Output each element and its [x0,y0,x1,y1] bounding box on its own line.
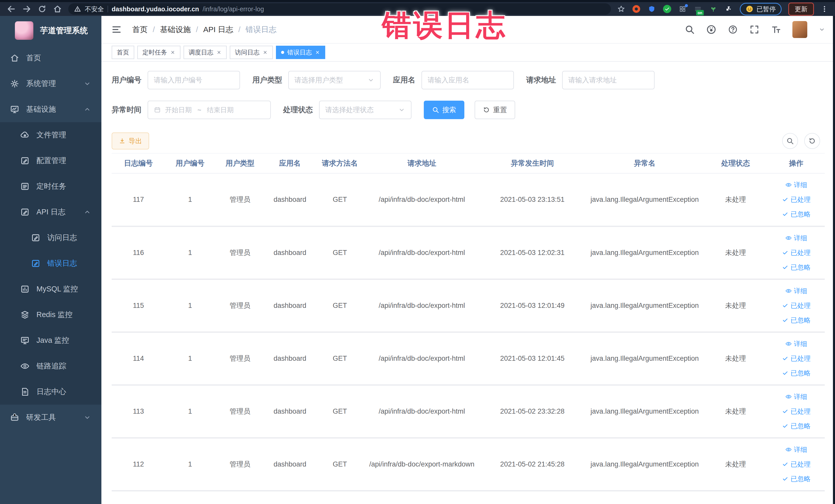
user-id-input[interactable] [154,76,234,84]
close-tab-icon[interactable] [263,50,268,55]
github-icon[interactable] [706,24,716,35]
tab-home[interactable]: 首页 [111,46,134,59]
mark-ignored-link[interactable]: 已忽略 [782,369,811,378]
close-tab-icon[interactable] [315,50,320,55]
sidebar-item-system-mgmt[interactable]: 系统管理 [0,71,101,97]
detail-link[interactable]: 详细 [785,181,807,189]
close-tab-icon[interactable] [217,50,222,55]
mark-ignored-link[interactable]: 已忽略 [782,263,811,272]
sidebar-item-file-mgmt[interactable]: 文件管理 [0,122,101,148]
mark-processed-link[interactable]: 已处理 [782,407,811,416]
reset-button[interactable]: 重置 [475,101,515,119]
breadcrumb-item[interactable]: API 日志 [203,24,233,35]
tab-error-log[interactable]: 错误日志 [276,46,325,59]
puzzle-extension-icon[interactable] [725,5,733,13]
mark-processed-link[interactable]: 已处理 [782,301,811,310]
request-url-input[interactable] [568,76,648,84]
tab-scheduled-tasks[interactable]: 定时任务 [137,46,180,59]
mark-processed-link[interactable]: 已处理 [782,248,811,257]
detail-link[interactable]: 详细 [785,445,807,454]
display-icon [20,336,30,345]
fullscreen-icon[interactable] [749,24,759,35]
security-label[interactable]: 不安全 [85,5,104,13]
mark-processed-link[interactable]: 已处理 [782,354,811,363]
app-name-input[interactable] [428,76,508,84]
toggle-search-button[interactable] [782,133,798,149]
browser-menu-icon[interactable] [821,5,828,13]
mark-ignored-link[interactable]: 已忽略 [782,422,811,430]
bookmark-star-icon[interactable] [617,5,625,13]
orange-circle-extension-icon[interactable] [632,5,641,13]
tab-label: 定时任务 [142,48,167,57]
paused-extension-badge[interactable]: 已暂停 [740,3,781,15]
search-icon [432,106,439,114]
sidebar-item-scheduled-tasks[interactable]: 定时任务 [0,174,101,199]
sidebar-item-config-mgmt[interactable]: 配置管理 [0,148,101,174]
mark-ignored-link[interactable]: 已忽略 [782,316,811,325]
breadcrumb-item[interactable]: 首页 [132,24,148,35]
mark-ignored-link[interactable]: 已忽略 [782,210,811,219]
logo[interactable]: 芋道管理系统 [0,16,101,45]
sidebar-item-error-log[interactable]: 错误日志 [0,250,101,276]
detail-link[interactable]: 详细 [785,286,807,296]
address-bar[interactable]: 不安全 dashboard.yudao.iocoder.cn/infra/log… [68,3,611,15]
detail-link[interactable]: 详细 [785,339,807,348]
close-tab-icon[interactable] [170,50,175,55]
sidebar-item-dev-tools[interactable]: 研发工具 [0,405,101,430]
font-size-icon[interactable] [771,24,781,35]
user-type-select[interactable]: 请选择用户类型 [288,71,381,89]
sidebar-item-infrastructure[interactable]: 基础设施 [0,97,101,122]
search-icon[interactable] [685,24,695,35]
breadcrumb-item[interactable]: 基础设施 [160,24,191,35]
date-range-picker[interactable]: 开始日期 ~ 结束日期 [148,101,271,119]
plant-extension-icon[interactable] [709,5,718,13]
search-button[interactable]: 搜索 [424,101,464,119]
col-method: 请求方法名 [315,153,365,173]
cell-actions: 详细 已处理 已忽略 [768,385,825,438]
check-icon [782,461,789,467]
mark-ignored-link[interactable]: 已忽略 [782,475,811,483]
sidebar-item-mysql-monitor[interactable]: MySQL 监控 [0,276,101,302]
breadcrumb-item-current: 错误日志 [246,24,277,35]
sidebar-item-redis-monitor[interactable]: Redis 监控 [0,302,101,328]
export-button[interactable]: 导出 [111,133,149,149]
green-check-extension-icon[interactable] [663,5,672,13]
sidebar-item-java-monitor[interactable]: Java 监控 [0,328,101,353]
grid-extension-icon[interactable] [678,5,687,13]
user-id-field[interactable] [148,71,240,89]
toggle-on-extension-icon[interactable]: on [694,5,702,13]
tab-access-log[interactable]: 访问日志 [230,46,273,59]
request-url-field[interactable] [562,71,655,89]
app-title: 芋道管理系统 [40,25,88,36]
tab-dispatch-log[interactable]: 调度日志 [184,46,227,59]
app-name-field[interactable] [422,71,514,89]
chevron-up-icon [83,208,91,216]
user-avatar[interactable] [792,21,807,38]
back-icon[interactable] [7,4,16,14]
table-row: 117 1 管理员 dashboard GET /api/infra/db-do… [111,173,825,226]
forward-icon[interactable] [22,4,31,14]
caret-down-icon[interactable] [819,26,825,33]
mark-processed-link[interactable]: 已处理 [782,195,811,204]
mark-processed-link[interactable]: 已处理 [782,460,811,469]
check-icon [782,423,789,429]
help-icon[interactable] [728,24,738,35]
sidebar-item-log-center[interactable]: 日志中心 [0,379,101,405]
process-status-select[interactable]: 请选择处理状态 [319,101,411,119]
sidebar-item-trace[interactable]: 链路追踪 [0,353,101,379]
shield-extension-icon[interactable] [647,5,656,13]
reload-icon[interactable] [38,4,47,14]
update-button[interactable]: 更新 [788,3,814,16]
sidebar-item-home[interactable]: 首页 [0,45,101,71]
sidebar-item-api-log[interactable]: API 日志 [0,199,101,225]
home-icon[interactable] [53,4,62,14]
start-date-placeholder[interactable]: 开始日期 [165,105,192,115]
detail-link[interactable]: 详细 [785,234,807,243]
sidebar-item-access-log[interactable]: 访问日志 [0,225,101,250]
cell-method: GET [315,438,365,491]
refresh-table-button[interactable] [804,133,820,149]
detail-link[interactable]: 详细 [785,392,807,401]
hamburger-icon[interactable] [111,24,122,35]
cell-exception-name: java.lang.IllegalArgumentException [586,279,703,332]
end-date-placeholder[interactable]: 结束日期 [207,105,233,115]
